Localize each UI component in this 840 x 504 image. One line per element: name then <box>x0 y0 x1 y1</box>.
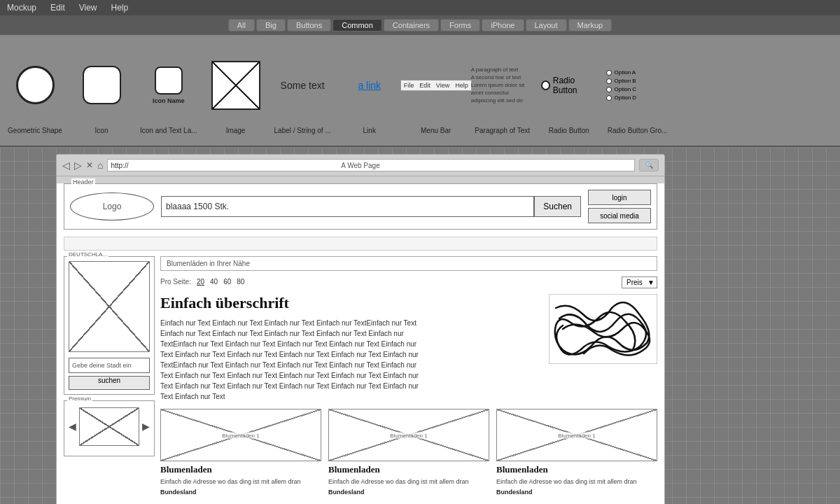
tab-buttons[interactable]: Buttons <box>287 19 331 31</box>
menu-edit[interactable]: Edit <box>50 3 65 13</box>
search-bar-group: Suchen <box>161 196 581 217</box>
radio-label-text: Radio Button <box>553 76 597 95</box>
browser-content: Header Logo Suchen login social media <box>57 183 664 504</box>
product-image-0: Blumenladen 1 <box>160 409 321 461</box>
component-link[interactable]: a link Link <box>342 47 398 134</box>
tab-layout[interactable]: Layout <box>526 19 567 31</box>
product-location-0: Bundesland <box>160 489 321 496</box>
menu-bar-edit: Edit <box>419 82 430 89</box>
component-preview-geo <box>7 47 63 124</box>
component-icon-and-text[interactable]: Icon Name Icon and Text La... <box>140 47 197 134</box>
per-page-60[interactable]: 60 <box>223 278 231 286</box>
fwd-button[interactable]: ▷ <box>74 160 82 171</box>
radio-group-item-3: Option C <box>606 86 669 92</box>
tab-forms[interactable]: Forms <box>440 19 480 31</box>
radio-preview-widget: Radio Button <box>541 76 597 95</box>
menu-mockup[interactable]: Mockup <box>7 3 36 13</box>
tab-iphone[interactable]: iPhone <box>482 19 524 31</box>
component-radio-group[interactable]: Option A Option B Option C Option D Radi… <box>608 47 668 134</box>
browser-chrome: A Web Page ◁ ▷ ✕ ⌂ 🔍 <box>57 155 664 176</box>
tab-markup[interactable]: Markup <box>568 19 612 31</box>
radio-sm-icon-1 <box>606 70 612 76</box>
nav-bar <box>64 237 657 251</box>
component-label-label-string: Label / String of ... <box>274 127 331 134</box>
component-label-icon-text: Icon and Text La... <box>140 127 197 134</box>
component-preview-link: a link <box>342 47 398 124</box>
component-label-geo: Geometric Shape <box>8 127 62 134</box>
carousel-image <box>79 407 139 446</box>
site-main: DEUTSCHLA... suchen Premium ◀ ▶ <box>64 256 657 496</box>
component-label-string[interactable]: Some text Label / String of ... <box>274 47 331 134</box>
sidebar-premium-section: Premium ◀ ▶ <box>64 400 155 456</box>
site-header-inner: Logo Suchen login social media <box>70 190 651 223</box>
header-right-buttons: login social media <box>588 190 651 223</box>
tab-containers[interactable]: Containers <box>384 19 439 31</box>
site-search-input[interactable] <box>161 196 534 217</box>
app-menu-bar: Mockup Edit View Help <box>0 0 840 15</box>
component-icon[interactable]: Icon <box>74 47 130 134</box>
component-image[interactable]: Image <box>208 47 264 134</box>
tab-all[interactable]: All <box>228 19 255 31</box>
component-label-link: Link <box>363 127 376 134</box>
product-location-1: Bundesland <box>328 489 489 496</box>
component-paragraph[interactable]: A paragraph of textA second line of text… <box>475 47 531 134</box>
component-menu-bar[interactable]: File Edit View Help Menu Bar <box>408 47 464 134</box>
icon-text-circle-icon <box>155 66 183 94</box>
tab-common[interactable]: Common <box>332 19 382 31</box>
per-page-group: Pro Seite: 20 40 60 80 <box>160 278 244 286</box>
radio-group-preview-widget: Option A Option B Option C Option D <box>606 69 669 101</box>
menu-view[interactable]: View <box>79 3 97 13</box>
sidebar-location-section: DEUTSCHLA... suchen <box>64 256 155 395</box>
component-label-icon: Icon <box>95 127 108 134</box>
components-toolbar: Geometric Shape Icon Icon Name Icon and … <box>0 35 840 147</box>
sidebar-premium-label: Premium <box>67 396 92 402</box>
scribble-image <box>549 294 657 364</box>
component-label-radio: Radio Button <box>549 127 589 134</box>
component-preview-menu-bar: File Edit View Help <box>408 47 464 124</box>
menu-bar-help: Help <box>455 82 468 89</box>
radio-item-label-1: Option A <box>615 69 636 76</box>
component-label-radio-group: Radio Button Gro... <box>608 127 668 134</box>
component-preview-image <box>208 47 264 124</box>
component-label-image: Image <box>226 127 246 134</box>
sidebar-input-group: suchen <box>69 358 150 390</box>
sidebar-city-input[interactable] <box>69 358 150 373</box>
component-geometric-shape[interactable]: Geometric Shape <box>7 47 63 134</box>
icon-text-combo: Icon Name <box>153 66 185 104</box>
browser-search-button[interactable]: 🔍 <box>639 159 659 172</box>
site-search-button[interactable]: Suchen <box>534 196 581 217</box>
per-page-40[interactable]: 40 <box>210 278 218 286</box>
product-image-1: Blumenladen 1 <box>328 409 489 461</box>
radio-item-label-2: Option B <box>615 78 636 84</box>
icon-text-name-label: Icon Name <box>153 97 185 104</box>
radio-sm-icon-3 <box>606 87 612 92</box>
component-label-paragraph: Paragraph of Text <box>475 127 530 134</box>
close-button[interactable]: ✕ <box>86 160 93 170</box>
per-page-80[interactable]: 80 <box>237 278 244 286</box>
header-section-label: Header <box>71 178 95 186</box>
product-image-label-1: Blumenladen 1 <box>390 432 427 438</box>
menu-help[interactable]: Help <box>111 3 129 13</box>
tab-big[interactable]: Big <box>256 19 286 31</box>
login-button[interactable]: login <box>588 190 651 205</box>
some-text-preview-label: Some text <box>281 80 325 91</box>
per-page-20[interactable]: 20 <box>197 278 204 286</box>
social-media-button[interactable]: social media <box>588 208 651 223</box>
back-button[interactable]: ◁ <box>62 160 70 171</box>
radio-item-label-3: Option C <box>615 86 637 92</box>
content-description: Einfach nur Text Einfach nur Text Einfac… <box>160 318 426 402</box>
home-button[interactable]: ⌂ <box>97 160 103 171</box>
product-desc-1: Einfach die Adresse wo das ding ist mit … <box>328 477 489 486</box>
browser-title: A Web Page <box>341 162 379 169</box>
radio-circle-icon <box>541 80 550 90</box>
image-x-icon <box>211 61 260 110</box>
product-desc-2: Einfach die Adresse wo das ding ist mit … <box>496 477 657 486</box>
component-radio-button[interactable]: Radio Button Radio Button <box>541 47 597 134</box>
carousel-next-button[interactable]: ▶ <box>142 421 150 432</box>
component-preview-icon-text: Icon Name <box>141 47 197 124</box>
sidebar-search-button[interactable]: suchen <box>69 376 150 390</box>
geo-circle-icon <box>16 66 55 104</box>
site-header: Header Logo Suchen login social media <box>64 183 657 230</box>
carousel-prev-button[interactable]: ◀ <box>69 421 76 432</box>
component-preview-some-text: Some text <box>274 47 330 124</box>
